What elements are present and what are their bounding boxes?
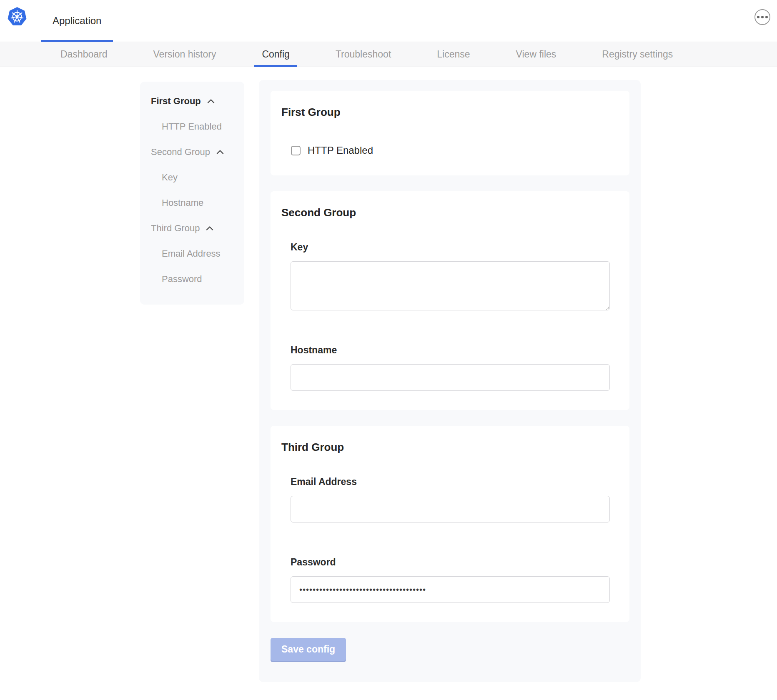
app-tab-label: Application	[53, 15, 101, 27]
tab-dashboard[interactable]: Dashboard	[60, 42, 108, 67]
http-enabled-label: HTTP Enabled	[308, 145, 373, 156]
sidebar-group-third-group[interactable]: Third Group	[140, 215, 244, 241]
config-form-panel: First Group HTTP Enabled Second Group Ke…	[259, 80, 641, 682]
tab-application[interactable]: Application	[41, 0, 113, 42]
config-group-card-first: First Group HTTP Enabled	[271, 91, 629, 175]
key-label: Key	[291, 242, 609, 253]
hostname-label: Hostname	[291, 345, 609, 356]
password-field: Password	[291, 557, 609, 603]
key-field: Key	[291, 242, 609, 310]
password-input[interactable]	[291, 576, 610, 603]
tab-troubleshoot[interactable]: Troubleshoot	[336, 42, 391, 67]
chevron-up-icon	[215, 147, 225, 157]
more-menu-button[interactable]	[754, 9, 770, 25]
ellipsis-icon	[757, 16, 759, 18]
kubernetes-logo-icon	[7, 6, 27, 26]
key-textarea[interactable]	[291, 261, 610, 310]
sidebar-group-second-group[interactable]: Second Group	[140, 139, 244, 165]
sidebar-item-http-enabled[interactable]: HTTP Enabled	[140, 114, 244, 139]
hostname-field: Hostname	[291, 345, 609, 391]
password-label: Password	[291, 557, 609, 568]
sidebar-item-email-address[interactable]: Email Address	[140, 241, 244, 266]
tab-version-history[interactable]: Version history	[153, 42, 216, 67]
tab-license[interactable]: License	[437, 42, 470, 67]
hostname-input[interactable]	[291, 364, 610, 391]
sidebar-group-first-group[interactable]: First Group	[140, 88, 244, 114]
group-title: First Group	[281, 106, 609, 119]
sidebar-item-password[interactable]: Password	[140, 266, 244, 292]
email-address-input[interactable]	[291, 496, 610, 522]
tab-view-files[interactable]: View files	[516, 42, 556, 67]
group-title: Third Group	[281, 441, 609, 454]
email-address-field: Email Address	[291, 476, 609, 522]
tab-config[interactable]: Config	[262, 42, 289, 67]
app-header: Application	[0, 0, 777, 42]
config-group-card-second: Second Group Key Hostname	[271, 191, 629, 410]
chevron-up-icon	[206, 96, 216, 106]
tab-registry-settings[interactable]: Registry settings	[602, 42, 673, 67]
sidebar-item-hostname[interactable]: Hostname	[140, 190, 244, 215]
config-sidebar: First Group HTTP Enabled Second Group Ke…	[140, 82, 244, 305]
save-config-button[interactable]: Save config	[271, 638, 346, 661]
chevron-up-icon	[205, 223, 215, 233]
config-group-card-third: Third Group Email Address Password	[271, 426, 629, 622]
app-navbar: Dashboard Version history Config Trouble…	[0, 42, 777, 67]
http-enabled-checkbox[interactable]	[291, 146, 301, 155]
http-enabled-field: HTTP Enabled	[291, 145, 609, 156]
group-title: Second Group	[281, 206, 609, 219]
sidebar-item-key[interactable]: Key	[140, 165, 244, 190]
email-address-label: Email Address	[291, 476, 609, 488]
